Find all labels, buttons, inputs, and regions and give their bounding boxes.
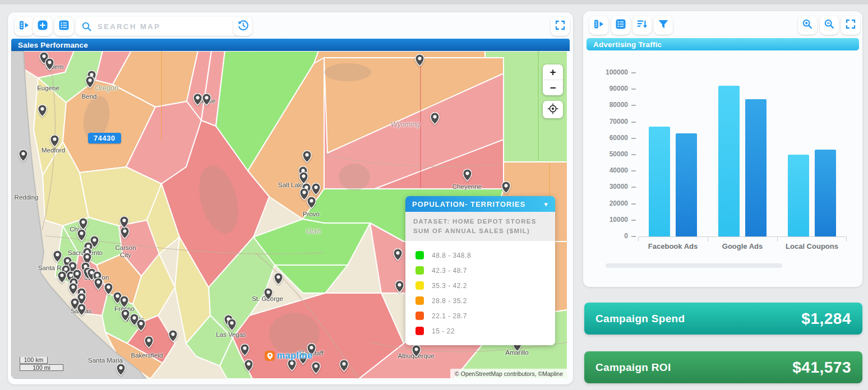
map-marker[interactable] — [240, 343, 250, 356]
y-axis-tick — [631, 138, 636, 139]
map-marker[interactable] — [311, 183, 321, 196]
y-axis-tick-label: 50000 — [588, 150, 628, 158]
map-title: Sales Performance — [18, 41, 88, 49]
bar-chart: 0100002000030000400005000060000700008000… — [588, 50, 858, 263]
map-zoom-in-button[interactable]: + — [543, 64, 563, 80]
map-marker[interactable] — [121, 309, 130, 322]
y-axis-tick-label: 30000 — [588, 183, 628, 191]
map-zoom-out-button[interactable]: − — [543, 80, 563, 95]
legend-item[interactable]: 22.1 - 28.7 — [415, 308, 550, 323]
panel-collapse-button[interactable] — [589, 16, 608, 35]
map-marker[interactable] — [202, 93, 211, 106]
map-marker[interactable] — [85, 76, 95, 89]
legend-range-label: 28.8 - 35.2 — [432, 297, 467, 305]
map-marker[interactable] — [45, 58, 54, 71]
locate-button[interactable] — [543, 101, 563, 118]
map-marker[interactable] — [501, 181, 511, 194]
map-marker[interactable] — [168, 329, 178, 342]
bar-google-ads-series-1[interactable] — [718, 86, 740, 236]
bar-local-coupons-series-1[interactable] — [788, 155, 809, 236]
map-marker[interactable] — [393, 248, 403, 261]
map-marker[interactable] — [264, 287, 273, 300]
map-marker[interactable] — [136, 319, 146, 332]
legend-swatch — [415, 281, 424, 290]
bar-google-ads-series-2[interactable] — [745, 99, 767, 236]
filter-button[interactable] — [654, 16, 673, 35]
map-marker[interactable] — [144, 336, 154, 349]
dashboard: Sales Performance — [0, 0, 868, 390]
bar-group-local-coupons: Local Coupons — [777, 73, 847, 236]
x-axis-separator — [638, 236, 639, 242]
legend-header[interactable]: POPULATION- TERRITORIES ▾ — [405, 196, 555, 212]
map-marker[interactable] — [274, 272, 283, 285]
map-marker[interactable] — [94, 277, 103, 290]
legend-item[interactable]: 42.3 - 48.7 — [415, 263, 550, 278]
map-marker[interactable] — [193, 93, 202, 106]
map-marker[interactable] — [77, 303, 86, 316]
search-input[interactable] — [96, 22, 234, 31]
sort-button[interactable] — [632, 16, 652, 35]
mapline-logo[interactable]: mapline — [265, 351, 313, 361]
map-marker[interactable] — [119, 295, 129, 308]
bar-facebook-ads-series-2[interactable] — [676, 133, 697, 236]
chart-title-bar: Advertising Traffic — [587, 38, 859, 50]
map-marker[interactable] — [307, 196, 316, 209]
bar-facebook-ads-series-1[interactable] — [649, 127, 670, 236]
legend-item[interactable]: 28.8 - 35.2 — [415, 293, 550, 308]
map-marker[interactable] — [119, 216, 129, 229]
bar-group-google-ads: Google Ads — [708, 73, 777, 236]
list-view-button[interactable] — [611, 16, 630, 35]
legend-range-label: 15 - 22 — [432, 327, 455, 335]
map-marker[interactable] — [227, 318, 237, 331]
map-search — [76, 17, 239, 36]
panel-collapse-button[interactable] — [15, 17, 34, 36]
fullscreen-button[interactable] — [551, 17, 570, 36]
map-marker[interactable] — [50, 134, 59, 147]
kpi-label: Campaign Spend — [595, 313, 685, 325]
zip-code-badge[interactable]: 74430 — [88, 133, 121, 143]
map-zoom-control: + − — [543, 64, 563, 95]
history-button[interactable] — [233, 17, 252, 36]
y-axis-tick — [631, 154, 636, 155]
search-icon — [81, 21, 92, 32]
map-marker[interactable] — [53, 250, 62, 263]
layers-list-button[interactable] — [54, 17, 73, 36]
top-strip — [0, 0, 868, 4]
x-axis-separator — [708, 236, 708, 242]
map-canvas[interactable]: SalemEugeneOregonBendBoiseMedfordRedding… — [11, 51, 567, 379]
legend-swatch — [415, 296, 424, 305]
map-marker[interactable] — [116, 363, 126, 376]
map-marker[interactable] — [104, 282, 113, 295]
legend-swatch — [415, 312, 424, 320]
fullscreen-button[interactable] — [841, 16, 860, 35]
panel-collapse-icon — [593, 18, 605, 32]
crosshair-icon — [547, 103, 558, 117]
y-axis-tick-label: 20000 — [588, 199, 628, 207]
legend-dataset-line2: SUM OF ANNUAL SALES ($MIL) — [413, 226, 547, 236]
zoom-in-button[interactable] — [798, 16, 817, 35]
map-marker[interactable] — [415, 54, 424, 67]
y-axis-tick-label: 0 — [588, 232, 628, 240]
legend-item[interactable]: 35.3 - 42.2 — [415, 278, 550, 293]
map-marker[interactable] — [77, 229, 86, 242]
map-marker[interactable] — [38, 104, 47, 117]
chart-scrollbar[interactable] — [606, 263, 782, 268]
map-marker[interactable] — [302, 150, 312, 163]
map-marker[interactable] — [463, 169, 472, 182]
map-marker[interactable] — [311, 361, 321, 374]
map-marker[interactable] — [57, 271, 67, 284]
legend-item[interactable]: 48.8 - 348.8 — [415, 248, 550, 263]
add-button[interactable] — [33, 17, 52, 36]
map-marker[interactable] — [339, 359, 349, 372]
y-axis-tick-label: 10000 — [588, 216, 628, 224]
map-marker[interactable] — [395, 280, 404, 293]
bar-local-coupons-series-2[interactable] — [815, 150, 836, 236]
map-marker[interactable] — [430, 112, 440, 125]
map-marker[interactable] — [19, 149, 28, 162]
map-marker[interactable] — [412, 345, 421, 357]
legend-items: 48.8 - 348.842.3 - 48.735.3 - 42.228.8 -… — [405, 241, 555, 345]
map-marker[interactable] — [244, 359, 253, 372]
zoom-out-button[interactable] — [820, 16, 839, 35]
legend-item[interactable]: 15 - 22 — [415, 323, 550, 338]
y-axis-tick — [631, 122, 636, 123]
